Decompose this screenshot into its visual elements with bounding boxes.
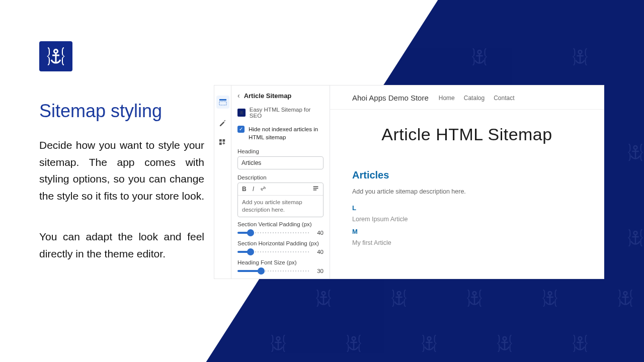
- italic-icon[interactable]: I: [253, 186, 254, 193]
- svg-rect-3: [219, 102, 226, 105]
- store-header: Ahoi Apps Demo Store HomeCatalogContact: [330, 85, 604, 110]
- preview-section-desc: Add you article sitemap description here…: [352, 188, 582, 195]
- heading-field-label: Heading: [237, 148, 324, 154]
- store-preview: Ahoi Apps Demo Store HomeCatalogContact …: [330, 85, 604, 279]
- editor-left-rail: [214, 85, 231, 279]
- rte-more-icon[interactable]: [312, 185, 319, 193]
- svg-rect-5: [223, 139, 225, 141]
- slider-value: 30: [313, 268, 324, 274]
- store-nav: HomeCatalogContact: [439, 95, 515, 102]
- settings-panel: ‹ Article Sitemap Easy HTML Sitemap for …: [231, 85, 330, 279]
- description-textarea[interactable]: Add you article sitemap description here…: [238, 196, 323, 217]
- alpha-group-letter: L: [352, 204, 582, 212]
- description-editor[interactable]: B I Add you article sitemap description …: [237, 183, 324, 217]
- slider-label: Section Vertical Padding (px): [237, 221, 324, 227]
- slider-label: Section Horizontal Padding (px): [237, 240, 324, 246]
- article-link[interactable]: Lorem Ipsum Article: [352, 216, 582, 223]
- marketing-para-2: You can adapt the look and feel directly…: [39, 228, 204, 262]
- slider-value: 40: [313, 230, 324, 236]
- svg-point-1: [54, 49, 57, 53]
- alpha-group-letter: M: [352, 228, 582, 235]
- slider-row: Heading Font Size (px)30: [237, 259, 324, 275]
- rail-sections-icon[interactable]: [216, 96, 229, 109]
- heading-input[interactable]: [237, 156, 324, 169]
- svg-rect-4: [219, 139, 222, 141]
- slider-row: Section Vertical Padding (px)40: [237, 221, 324, 236]
- store-nav-link[interactable]: Catalog: [464, 95, 485, 102]
- slider-track[interactable]: [237, 267, 309, 275]
- svg-rect-6: [219, 142, 222, 145]
- store-nav-link[interactable]: Home: [439, 95, 455, 102]
- hide-not-indexed-checkbox[interactable]: ✓: [237, 126, 245, 133]
- svg-rect-2: [219, 99, 226, 101]
- panel-title: Article Sitemap: [244, 92, 292, 100]
- description-field-label: Description: [237, 174, 324, 180]
- slider-label: Heading Font Size (px): [237, 259, 324, 265]
- rail-app-embeds-icon[interactable]: [216, 136, 229, 149]
- rail-theme-settings-icon[interactable]: [216, 116, 229, 129]
- svg-rect-7: [313, 186, 318, 187]
- theme-editor-screenshot: ‹ Article Sitemap Easy HTML Sitemap for …: [214, 85, 604, 279]
- slider-track[interactable]: [237, 248, 309, 255]
- link-icon[interactable]: [260, 186, 266, 193]
- preview-section-heading: Articles: [352, 169, 582, 181]
- store-name: Ahoi Apps Demo Store: [352, 94, 429, 102]
- back-button[interactable]: ‹: [237, 92, 240, 100]
- app-icon: [237, 109, 246, 117]
- marketing-heading: Sitemap styling: [39, 101, 204, 122]
- bold-icon[interactable]: B: [242, 186, 247, 193]
- slider-row: Section Horizontal Padding (px)40: [237, 240, 324, 255]
- hide-not-indexed-label: Hide not indexed articles in HTML sitema…: [249, 126, 324, 141]
- store-nav-link[interactable]: Contact: [494, 95, 514, 102]
- svg-rect-8: [313, 188, 318, 189]
- slider-track[interactable]: [237, 229, 309, 236]
- svg-rect-9: [313, 190, 317, 191]
- article-link[interactable]: My first Article: [352, 239, 582, 246]
- app-name: Easy HTML Sitemap for SEO: [250, 107, 324, 119]
- marketing-copy: Sitemap styling Decide how you want to s…: [39, 101, 204, 287]
- preview-page-title: Article HTML Sitemap: [352, 125, 582, 144]
- app-logo: [39, 41, 72, 71]
- slider-value: 40: [313, 249, 324, 255]
- marketing-para-1: Decide how you want to style your sitema…: [39, 137, 204, 204]
- app-identifier-row[interactable]: Easy HTML Sitemap for SEO: [237, 105, 324, 124]
